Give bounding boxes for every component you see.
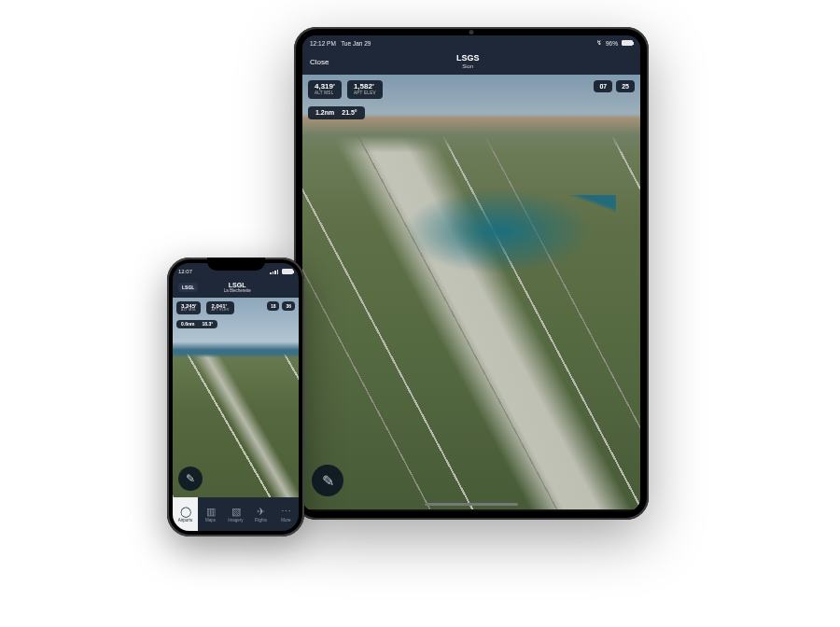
airport-elevation-chip[interactable]: 1,582' APT ELEV (347, 80, 383, 98)
runway-07-button[interactable]: 07 (594, 80, 612, 92)
ipad-status-bar: 12:12 PM Tue Jan 29 ↯ 96% (302, 35, 640, 50)
more-icon: ⋯ (281, 507, 291, 517)
battery-icon (622, 40, 633, 46)
iphone-device-frame: 12:07 LSGL LSGL La Blecherette 3,245' AL… (167, 258, 304, 536)
iphone-notch (207, 258, 265, 271)
iphone-clock: 12:07 (178, 269, 192, 274)
runway-25-button[interactable]: 25 (616, 80, 635, 92)
tab-flights[interactable]: ✈ Flights (248, 497, 273, 531)
runway-36-button[interactable]: 36 (282, 301, 295, 311)
airport-icon: ◯ (180, 507, 191, 517)
pencil-icon: ✎ (322, 472, 334, 490)
distance-bearing-chip[interactable]: 1.2nm 21.5° (308, 106, 365, 118)
tab-airports[interactable]: ◯ Airports (173, 497, 198, 531)
close-button[interactable]: Close (310, 58, 329, 66)
altitude-msl-chip[interactable]: 4,319' ALT MSL (308, 80, 342, 98)
ipad-airport-name: Sion (456, 63, 480, 70)
flights-icon: ✈ (257, 507, 265, 517)
airport-elevation-chip[interactable]: 2,041' APT ELEV (206, 301, 233, 314)
iphone-screen: 12:07 LSGL LSGL La Blecherette 3,245' AL… (173, 263, 299, 531)
ipad-battery-percent: 96% (606, 40, 618, 47)
ipad-camera (469, 30, 474, 35)
distance-bearing-chip[interactable]: 0.6nm 18.3° (176, 320, 217, 328)
ipad-clock: 12:12 PM (310, 40, 336, 47)
ipad-device-frame: 12:12 PM Tue Jan 29 ↯ 96% Close LSGS Sio… (294, 27, 649, 520)
cell-signal-icon (270, 270, 278, 274)
home-indicator[interactable] (425, 503, 518, 506)
charging-icon: ↯ (596, 39, 602, 47)
runway-18-button[interactable]: 18 (267, 301, 280, 311)
pencil-icon: ✎ (186, 472, 195, 485)
ipad-airport-code: LSGS (456, 54, 480, 63)
back-button[interactable]: LSGL (178, 283, 198, 292)
imagery-icon: ▧ (231, 507, 241, 517)
iphone-airport-name: La Blecherette (224, 289, 251, 294)
ipad-date: Tue Jan 29 (341, 40, 371, 47)
altitude-msl-chip[interactable]: 3,245' ALT MSL (176, 301, 201, 314)
tab-maps[interactable]: ▥ Maps (198, 497, 223, 531)
terrain-3d-icon (302, 75, 640, 509)
annotate-button[interactable]: ✎ (178, 467, 203, 491)
ipad-nav-bar: Close LSGS Sion (302, 50, 640, 75)
battery-icon (282, 269, 293, 274)
tab-more[interactable]: ⋯ More (273, 497, 299, 531)
maps-icon: ▥ (206, 507, 216, 517)
ipad-screen: 12:12 PM Tue Jan 29 ↯ 96% Close LSGS Sio… (302, 35, 640, 511)
tab-imagery[interactable]: ▧ Imagery (223, 497, 248, 531)
iphone-nav-bar: LSGL LSGL La Blecherette (173, 280, 299, 298)
iphone-tab-bar: ◯ Airports ▥ Maps ▧ Imagery ✈ Flights ⋯ … (173, 497, 299, 531)
iphone-map-view[interactable]: 3,245' ALT MSL 2,041' APT ELEV 0.6nm 18.… (173, 298, 299, 498)
ipad-map-view[interactable]: 4,319' ALT MSL 1,582' APT ELEV 1.2nm 21.… (302, 75, 640, 509)
